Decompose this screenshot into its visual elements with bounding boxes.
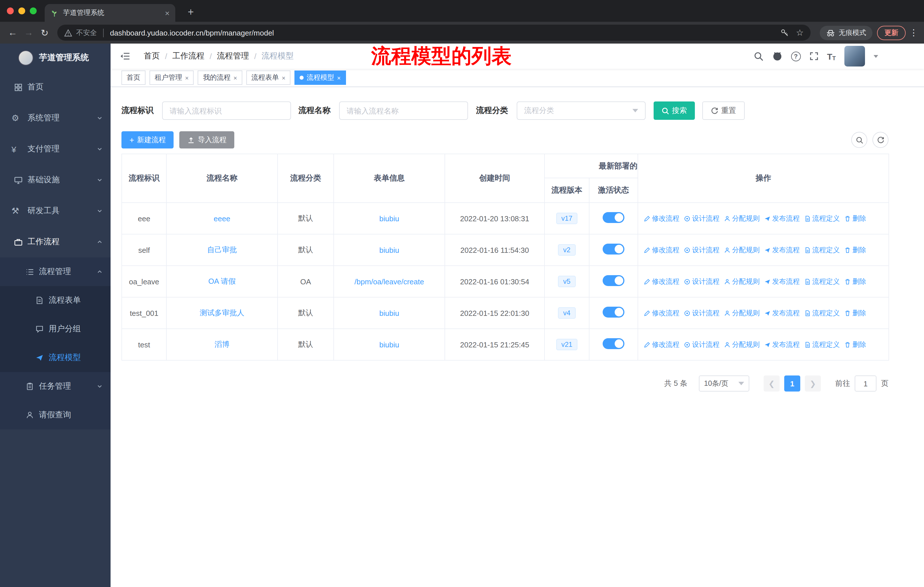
tag-process-form[interactable]: 流程表单 ×: [246, 71, 291, 85]
delete-process-link[interactable]: 删除: [844, 276, 866, 286]
reload-button[interactable]: ↻: [37, 25, 53, 41]
sidebar-item-system[interactable]: ⚙ 系统管理: [0, 103, 111, 134]
sidebar-item-devtools[interactable]: ⚒ 研发工具: [0, 195, 111, 227]
maximize-window-button[interactable]: [30, 7, 37, 14]
forward-button[interactable]: →: [21, 25, 37, 41]
form-info-link[interactable]: biubiu: [379, 309, 399, 317]
tag-home[interactable]: 首页: [121, 71, 145, 85]
sidebar-item-task-management[interactable]: 任务管理: [0, 372, 111, 401]
publish-process-link[interactable]: 发布流程: [764, 245, 800, 255]
sidebar-item-process-management[interactable]: 流程管理: [0, 257, 111, 286]
close-icon[interactable]: ×: [233, 74, 237, 81]
design-process-link[interactable]: 设计流程: [684, 340, 719, 349]
sidebar-item-process-form[interactable]: 流程表单: [0, 286, 111, 315]
page-number-current[interactable]: 1: [784, 375, 800, 392]
edit-process-link[interactable]: 修改流程: [644, 245, 680, 255]
version-tag[interactable]: v5: [558, 276, 576, 287]
process-definition-link[interactable]: 流程定义: [804, 276, 840, 286]
font-size-icon[interactable]: TT: [827, 51, 836, 61]
process-definition-link[interactable]: 流程定义: [804, 213, 840, 223]
sidebar-item-process-model[interactable]: 流程模型: [0, 343, 111, 372]
assign-rule-link[interactable]: 分配规则: [724, 276, 760, 286]
browser-menu-icon[interactable]: ⋮: [908, 28, 919, 38]
delete-process-link[interactable]: 删除: [844, 308, 866, 318]
tab-close-icon[interactable]: ×: [165, 8, 170, 18]
active-toggle[interactable]: [602, 338, 624, 349]
avatar[interactable]: [844, 46, 865, 66]
close-icon[interactable]: ×: [337, 74, 341, 81]
process-name-link[interactable]: eeee: [214, 214, 230, 223]
breadcrumb-item[interactable]: 流程管理: [217, 51, 249, 61]
active-toggle[interactable]: [602, 212, 624, 223]
active-toggle[interactable]: [602, 244, 624, 255]
update-button[interactable]: 更新: [877, 25, 906, 40]
password-key-icon[interactable]: [780, 28, 789, 37]
process-name-link[interactable]: OA 请假: [208, 277, 236, 286]
close-window-button[interactable]: [7, 7, 14, 14]
security-label[interactable]: 不安全: [76, 28, 97, 38]
assign-rule-link[interactable]: 分配规则: [724, 308, 760, 318]
edit-process-link[interactable]: 修改流程: [644, 213, 680, 223]
process-definition-link[interactable]: 流程定义: [804, 340, 840, 349]
search-button[interactable]: 搜索: [653, 101, 695, 120]
process-name-link[interactable]: 自己审批: [207, 245, 237, 254]
address-bar[interactable]: 不安全 dashboard.yudao.iocoder.cn/bpm/manag…: [57, 25, 810, 41]
url-text[interactable]: dashboard.yudao.iocoder.cn/bpm/manager/m…: [110, 28, 274, 37]
close-icon[interactable]: ×: [185, 74, 189, 81]
create-process-button[interactable]: + 新建流程: [121, 131, 173, 149]
reset-button[interactable]: 重置: [702, 101, 745, 120]
publish-process-link[interactable]: 发布流程: [764, 308, 800, 318]
delete-process-link[interactable]: 删除: [844, 245, 866, 255]
process-id-input[interactable]: [162, 101, 291, 120]
toggle-search-button[interactable]: [851, 132, 867, 148]
help-icon[interactable]: ?: [791, 51, 800, 61]
sidebar-item-workflow[interactable]: 工作流程: [0, 227, 111, 257]
tag-tenant[interactable]: 租户管理 ×: [150, 71, 194, 85]
design-process-link[interactable]: 设计流程: [684, 213, 719, 223]
sidebar-item-infrastructure[interactable]: 基础设施: [0, 165, 111, 195]
delete-process-link[interactable]: 删除: [844, 340, 866, 349]
search-icon[interactable]: [754, 51, 763, 61]
fullscreen-icon[interactable]: [809, 51, 818, 61]
category-select[interactable]: 流程分类: [517, 101, 645, 120]
active-toggle[interactable]: [602, 275, 624, 286]
version-tag[interactable]: v4: [558, 307, 576, 319]
breadcrumb-item[interactable]: 工作流程: [172, 51, 205, 61]
sidebar-item-home[interactable]: 首页: [0, 72, 111, 103]
close-icon[interactable]: ×: [282, 74, 285, 81]
process-definition-link[interactable]: 流程定义: [804, 308, 840, 318]
assign-rule-link[interactable]: 分配规则: [724, 213, 760, 223]
process-definition-link[interactable]: 流程定义: [804, 245, 840, 255]
edit-process-link[interactable]: 修改流程: [644, 340, 680, 349]
publish-process-link[interactable]: 发布流程: [764, 213, 800, 223]
tag-my-process[interactable]: 我的流程 ×: [198, 71, 242, 85]
breadcrumb-item[interactable]: 首页: [144, 51, 160, 61]
assign-rule-link[interactable]: 分配规则: [724, 245, 760, 255]
design-process-link[interactable]: 设计流程: [684, 276, 719, 286]
publish-process-link[interactable]: 发布流程: [764, 276, 800, 286]
version-tag[interactable]: v17: [556, 213, 578, 224]
form-info-link[interactable]: /bpm/oa/leave/create: [355, 277, 424, 286]
process-name-input[interactable]: [339, 101, 468, 120]
sidebar-item-leave-query[interactable]: 请假查询: [0, 401, 111, 429]
refresh-button[interactable]: [873, 132, 888, 148]
import-process-button[interactable]: 导入流程: [179, 131, 234, 149]
github-icon[interactable]: [772, 51, 782, 61]
page-size-select[interactable]: 10条/页: [699, 375, 749, 392]
active-toggle[interactable]: [602, 307, 624, 317]
tag-process-model[interactable]: 流程模型 ×: [295, 71, 346, 85]
process-name-link[interactable]: 滔博: [214, 340, 229, 349]
form-info-link[interactable]: biubiu: [379, 214, 399, 223]
minimize-window-button[interactable]: [18, 7, 25, 14]
sidebar-collapse-button[interactable]: [111, 51, 136, 61]
edit-process-link[interactable]: 修改流程: [644, 308, 680, 318]
prev-page-button[interactable]: ❮: [764, 375, 780, 392]
publish-process-link[interactable]: 发布流程: [764, 340, 800, 349]
goto-page-input[interactable]: [855, 375, 876, 392]
version-tag[interactable]: v2: [558, 244, 576, 256]
back-button[interactable]: ←: [5, 25, 21, 41]
version-tag[interactable]: v21: [556, 339, 578, 350]
delete-process-link[interactable]: 删除: [844, 213, 866, 223]
form-info-link[interactable]: biubiu: [379, 340, 399, 349]
design-process-link[interactable]: 设计流程: [684, 245, 719, 255]
